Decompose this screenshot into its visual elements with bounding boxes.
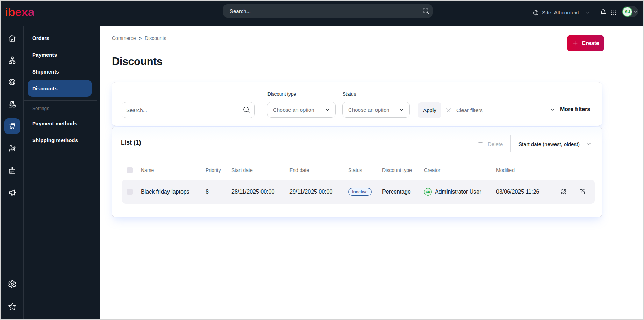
- filters-card: Discount type Choose an option Status Ch…: [112, 82, 602, 126]
- table-header: Name Priority Start date End date Status…: [122, 161, 595, 180]
- more-filters-label: More filters: [560, 106, 590, 112]
- commerce-submenu: Orders Payments Shipments Discounts Sett…: [24, 26, 100, 319]
- menu-item-payment-methods[interactable]: Payment methods: [24, 115, 100, 132]
- creator-name: Administrator User: [435, 189, 481, 195]
- status-value: Choose an option: [348, 107, 389, 113]
- edit-icon[interactable]: [579, 188, 586, 195]
- rail-divider: [5, 273, 20, 273]
- select-all-checkbox[interactable]: [127, 167, 133, 173]
- settings-gear-icon[interactable]: [4, 276, 20, 292]
- menu-item-payments[interactable]: Payments: [24, 46, 100, 63]
- chevron-down-icon: [585, 10, 591, 15]
- rail-divider: [5, 295, 20, 295]
- list-header-divider: [510, 135, 511, 152]
- sort-select[interactable]: Start date (newest, oldest): [518, 139, 592, 149]
- create-button[interactable]: Create: [567, 35, 604, 51]
- bookmarks-star-icon[interactable]: [4, 299, 20, 314]
- marketing-megaphone-icon[interactable]: [4, 185, 20, 200]
- user-menu[interactable]: AU: [622, 6, 638, 17]
- discount-type-label: Discount type: [267, 91, 296, 97]
- globe-icon: [532, 9, 539, 16]
- breadcrumb-discounts[interactable]: Discounts: [145, 35, 166, 41]
- ibexa-logo[interactable]: ibexa: [5, 5, 34, 19]
- content-tree-icon[interactable]: [4, 52, 20, 68]
- column-header-start-date: Start date: [231, 167, 289, 173]
- page-title: Discounts: [112, 55, 162, 68]
- discount-type-select[interactable]: Choose an option: [267, 102, 336, 118]
- list-card: List (1) Delete Start date (newest, olde…: [112, 127, 602, 217]
- search-icon[interactable]: [422, 7, 430, 15]
- menu-settings-label: Settings: [24, 104, 100, 112]
- row-modified: 03/06/2025 11:26: [496, 189, 560, 195]
- status-select[interactable]: Choose an option: [342, 102, 410, 118]
- close-icon: [445, 107, 452, 113]
- menu-item-shipping-methods[interactable]: Shipping methods: [24, 132, 100, 148]
- discount-name-link: Black friday laptops: [141, 189, 206, 195]
- corporate-badge-icon[interactable]: [4, 162, 20, 178]
- status-label: Status: [343, 91, 356, 97]
- menu-item-orders[interactable]: Orders: [24, 29, 100, 46]
- site-context-label: Site: All context: [542, 9, 579, 16]
- list-title: List (1): [121, 139, 141, 146]
- main-content: Commerce > Discounts Create Discounts Di…: [100, 26, 643, 319]
- more-filters-button[interactable]: More filters: [550, 104, 590, 114]
- main-sidebar: [1, 26, 24, 319]
- chevron-down-icon: [633, 9, 638, 14]
- clear-filters-label: Clear filters: [456, 107, 483, 113]
- column-header-priority: Priority: [206, 167, 231, 173]
- column-header-end-date: End date: [289, 167, 348, 173]
- row-start-date: 28/11/2025 00:00: [231, 189, 289, 195]
- breadcrumb: Commerce > Discounts: [112, 35, 166, 41]
- commerce-cart-icon[interactable]: [4, 118, 20, 134]
- table-row: Black friday laptops 8 28/11/2025 00:00 …: [122, 180, 595, 204]
- window-frame-left: [0, 0, 1, 320]
- trash-icon: [478, 141, 484, 147]
- apps-grid-icon[interactable]: [610, 9, 617, 16]
- filter-search-input[interactable]: [122, 102, 255, 118]
- create-button-label: Create: [582, 40, 599, 47]
- column-header-creator: Creator: [424, 167, 496, 173]
- column-header-status: Status: [348, 167, 382, 173]
- topbar-divider: [595, 8, 595, 18]
- search-icon[interactable]: [242, 106, 250, 114]
- menu-item-shipments[interactable]: Shipments: [24, 63, 100, 80]
- global-search-input[interactable]: [223, 4, 433, 18]
- window-frame-top: [0, 0, 644, 1]
- user-avatar: AU: [622, 7, 632, 17]
- column-header-discount-type: Discount type: [382, 167, 424, 173]
- row-priority: 8: [206, 189, 231, 195]
- menu-item-discounts[interactable]: Discounts: [28, 80, 92, 97]
- delete-button-label: Delete: [488, 141, 503, 147]
- breadcrumb-separator: >: [139, 36, 142, 41]
- topbar: ibexa Site: All context AU: [1, 1, 643, 26]
- delete-button[interactable]: Delete: [478, 139, 503, 149]
- row-checkbox[interactable]: [127, 189, 133, 195]
- breadcrumb-commerce[interactable]: Commerce: [112, 35, 136, 41]
- filter-divider: [260, 102, 260, 118]
- column-header-name: Name: [141, 167, 206, 173]
- preview-disabled-icon[interactable]: [560, 188, 567, 195]
- discount-type-value: Choose an option: [273, 107, 314, 113]
- creator-avatar: AU: [424, 188, 432, 196]
- site-globe-icon[interactable]: [4, 74, 20, 90]
- menu-divider: [24, 100, 97, 101]
- row-creator: AU Administrator User: [424, 188, 496, 196]
- notifications-bell-icon[interactable]: [600, 9, 607, 16]
- products-boxes-icon[interactable]: [4, 96, 20, 112]
- home-icon[interactable]: [4, 30, 20, 46]
- chevron-down-icon: [399, 107, 405, 113]
- plus-icon: [572, 40, 579, 47]
- clear-filters-button[interactable]: Clear filters: [445, 102, 483, 118]
- chevron-down-icon: [586, 141, 592, 147]
- column-header-modified: Modified: [496, 167, 560, 173]
- row-discount-type: Percentage: [382, 189, 424, 195]
- status-badge: Inactive: [348, 188, 372, 196]
- row-end-date: 29/11/2025 00:00: [289, 189, 348, 195]
- customers-target-icon[interactable]: [4, 140, 20, 156]
- sort-select-value: Start date (newest, oldest): [518, 141, 580, 147]
- chevron-down-icon: [550, 106, 556, 112]
- site-context-switcher[interactable]: Site: All context: [532, 8, 591, 18]
- apply-button[interactable]: Apply: [418, 102, 441, 118]
- filter-divider: [544, 100, 544, 118]
- chevron-down-icon: [324, 107, 330, 113]
